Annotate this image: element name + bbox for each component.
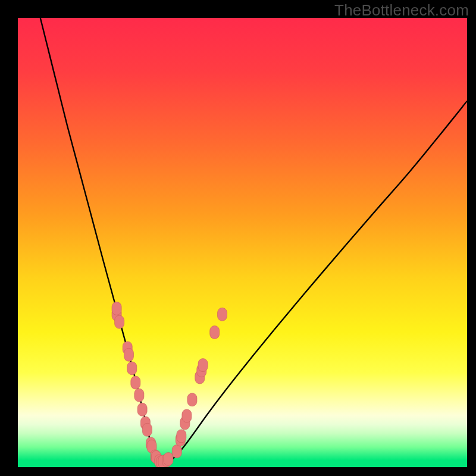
data-marker [210, 326, 220, 339]
plot-area [18, 18, 467, 467]
data-marker [218, 308, 227, 321]
chart-svg [18, 18, 467, 467]
background-gradient [18, 18, 467, 467]
data-marker [134, 389, 144, 402]
outer-frame: TheBottleneck.com [0, 0, 476, 476]
data-marker [137, 403, 147, 416]
data-marker [164, 452, 173, 465]
data-marker [172, 445, 181, 458]
data-marker [124, 348, 133, 361]
data-marker [198, 359, 208, 372]
data-marker [112, 302, 121, 315]
data-marker [115, 315, 124, 328]
data-marker [127, 362, 137, 375]
data-marker [131, 376, 140, 389]
data-marker [177, 430, 186, 443]
data-marker [182, 409, 192, 422]
data-marker [142, 423, 152, 436]
watermark-text: TheBottleneck.com [334, 1, 469, 20]
data-marker [187, 393, 197, 406]
